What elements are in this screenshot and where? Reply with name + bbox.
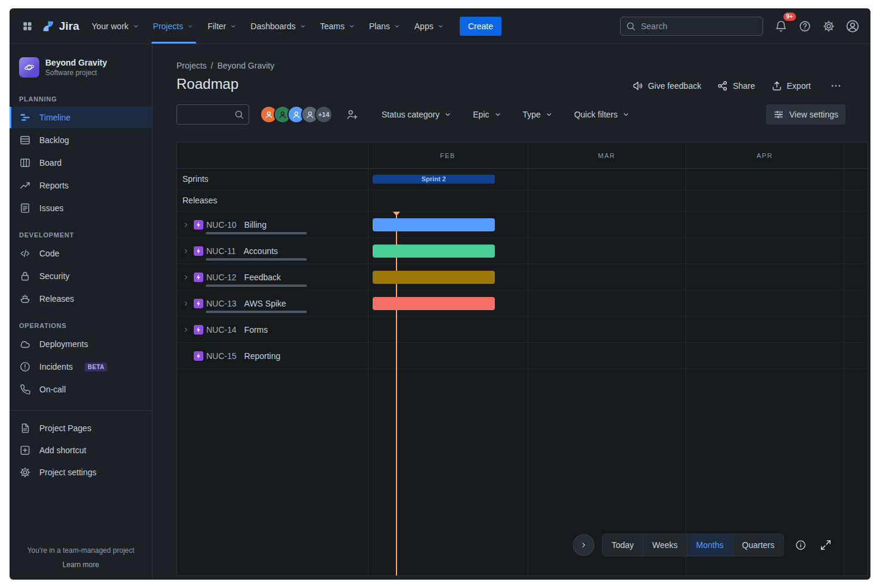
phone-icon [19,383,31,395]
sidebar-item-on-call[interactable]: On-call [10,379,152,400]
chevron-down-icon [621,110,631,119]
sidebar-item-label: Timeline [39,113,70,122]
global-search-input[interactable] [620,17,763,36]
jira-logo[interactable]: Jira [37,20,85,33]
project-header[interactable]: Beyond Gravity Software project [10,49,152,83]
share-button[interactable]: Share [717,80,755,92]
filter-label: Quick filters [574,110,618,119]
expand-chevron-icon[interactable] [181,246,191,256]
sidebar-item-reports[interactable]: Reports [10,175,152,196]
nav-plans[interactable]: Plans [362,8,408,44]
nav-your-work[interactable]: Your work [85,8,147,44]
pages-icon [19,422,31,434]
sidebar-item-security[interactable]: Security [10,265,152,287]
chevron-down-icon [493,110,503,119]
expand-chevron-icon[interactable] [181,273,191,282]
export-button[interactable]: Export [771,80,811,92]
expand-chevron-icon[interactable] [181,220,191,230]
sidebar-item-add-shortcut[interactable]: Add shortcut [10,440,152,461]
sidebar-item-project-pages[interactable]: Project Pages [10,417,152,439]
epic-filter[interactable]: Epic [468,106,507,123]
breadcrumb-projects-link[interactable]: Projects [176,61,207,70]
zoom-today-button[interactable]: Today [603,534,643,556]
expand-chevron-icon[interactable] [181,299,191,308]
add-people-button[interactable] [342,105,361,124]
nav-projects[interactable]: Projects [147,8,202,44]
nav-filter[interactable]: Filter [201,8,244,44]
jira-app-window: Jira Your work Projects Filter Dashboard… [10,8,870,580]
search-icon [234,109,244,120]
settings-button[interactable] [819,17,838,36]
profile-button[interactable] [843,17,862,36]
app-switcher-button[interactable] [18,17,37,36]
info-icon [795,539,807,551]
epic-name: Feedback [244,273,281,282]
code-icon [19,247,31,259]
nav-teams[interactable]: Teams [314,8,362,44]
beta-badge: BETA [85,363,107,372]
epic-row-nuc-14: NUC-14 Forms [177,317,867,343]
fullscreen-button[interactable] [817,537,834,553]
view-settings-button[interactable]: View settings [766,104,845,125]
epic-icon [194,273,203,282]
sidebar-item-issues[interactable]: Issues [10,197,152,219]
month-label-apr: APR [686,143,844,169]
sidebar-item-releases[interactable]: Releases [10,288,152,310]
sidebar-item-incidents[interactable]: Incidents BETA [10,356,152,377]
scroll-forward-button[interactable] [574,535,594,555]
issues-icon [19,202,31,214]
help-button[interactable] [795,17,814,36]
sidebar-item-label: Project Pages [39,423,91,433]
epic-cell[interactable]: NUC-11 Accounts [177,238,368,264]
timeline-info-button[interactable] [792,537,809,553]
more-horizontal-icon [830,80,842,92]
more-actions-button[interactable] [826,76,845,95]
add-shortcut-icon [19,444,31,456]
filter-label: Type [523,110,541,119]
epic-cell[interactable]: NUC-12 Feedback [177,264,368,290]
epic-icon [194,246,203,256]
epic-cell[interactable]: NUC-15 Reporting [177,343,368,369]
top-navbar: Jira Your work Projects Filter Dashboard… [10,8,870,44]
backlog-icon [19,134,31,146]
nav-label: Filter [207,21,226,31]
sidebar-item-code[interactable]: Code [10,243,152,264]
nav-dashboards[interactable]: Dashboards [244,8,314,44]
learn-more-link[interactable]: Learn more [17,561,145,569]
zoom-weeks-button[interactable]: Weeks [643,534,687,556]
epic-cell[interactable]: NUC-10 Billing [177,212,368,238]
project-type: Software project [45,69,107,77]
give-feedback-button[interactable]: Give feedback [632,80,702,92]
epic-row-nuc-11: NUC-11 Accounts [177,238,867,264]
releases-label: Releases [182,190,217,211]
sidebar-item-deployments[interactable]: Deployments [10,333,152,355]
sidebar-item-project-settings[interactable]: Project settings [10,462,152,483]
sidebar-item-timeline[interactable]: Timeline [10,107,152,128]
epic-schedule-bar[interactable] [373,297,495,310]
type-filter[interactable]: Type [518,106,559,123]
chevron-down-icon [229,22,237,30]
megaphone-icon [632,80,644,92]
epic-cell[interactable]: NUC-13 AWS Spike [177,290,368,317]
zoom-quarters-button[interactable]: Quarters [733,534,783,556]
epic-schedule-bar[interactable] [373,245,495,258]
expand-chevron-icon[interactable] [181,325,191,335]
sprint-bar[interactable]: Sprint 2 [373,175,495,184]
sidebar-item-backlog[interactable]: Backlog [10,129,152,151]
sidebar-item-label: Issues [39,203,63,213]
cloud-icon [19,338,31,350]
avatar-overflow[interactable]: +14 [315,106,333,123]
epic-schedule-bar[interactable] [373,271,495,284]
status-category-filter[interactable]: Status category [377,106,457,123]
nav-apps[interactable]: Apps [408,8,451,44]
project-header-text: Beyond Gravity Software project [45,58,107,77]
quick-filters[interactable]: Quick filters [569,106,636,123]
zoom-months-button[interactable]: Months [687,534,733,556]
nav-label: Projects [153,21,184,31]
sidebar-item-label: Security [39,271,70,281]
breadcrumb-project-link[interactable]: Beyond Gravity [217,61,274,70]
sidebar-item-board[interactable]: Board [10,152,152,174]
create-button[interactable]: Create [460,17,501,36]
epic-schedule-bar[interactable] [373,218,495,231]
epic-cell[interactable]: NUC-14 Forms [177,317,368,343]
